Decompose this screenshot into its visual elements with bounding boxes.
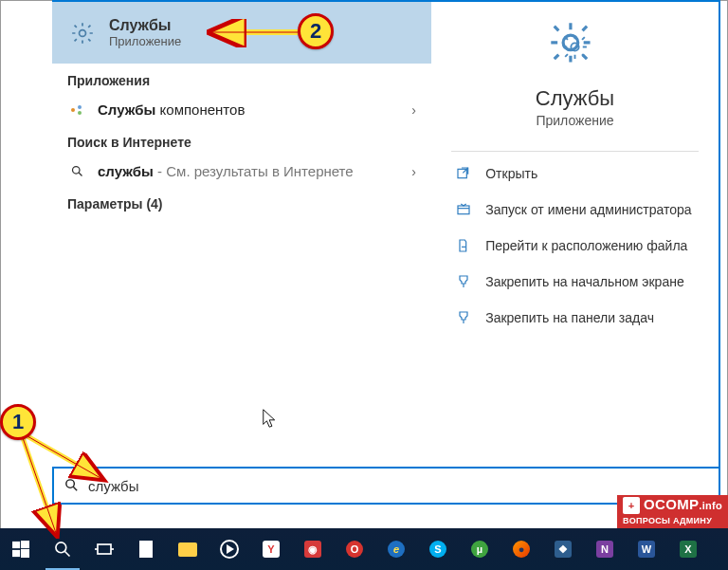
search-results-list: Службы Приложение Приложения Службы комп…	[52, 2, 431, 503]
excel-icon: X	[678, 539, 699, 560]
action-label: Закрепить на начальном экране	[485, 274, 684, 289]
search-icon	[64, 477, 81, 494]
skype-icon: S	[428, 539, 448, 560]
svg-line-19	[65, 552, 70, 557]
best-match-item[interactable]: Службы Приложение	[52, 2, 431, 64]
action-label: Запуск от имени администратора	[485, 202, 691, 217]
search-icon	[67, 164, 86, 178]
start-button[interactable]	[0, 528, 42, 570]
admin-shield-icon	[455, 201, 472, 218]
firefox-icon: ●	[511, 539, 532, 560]
yandex-icon: Y	[261, 539, 282, 560]
taskbar-search-button[interactable]	[42, 528, 83, 570]
gear-icon	[69, 20, 96, 46]
taskbar: Y ◉ O e S µ ● ❖ N W X	[0, 528, 728, 570]
windows-search-results-panel: Службы Приложение Приложения Службы комп…	[52, 0, 720, 503]
action-open[interactable]: Открыть	[451, 157, 699, 190]
svg-point-12	[66, 480, 75, 487]
taskbar-app-ie[interactable]: e	[375, 528, 417, 570]
action-label: Открыть	[485, 166, 537, 181]
taskbar-app-yandex[interactable]: Y	[250, 528, 292, 570]
svg-rect-9	[458, 206, 469, 214]
svg-point-1	[71, 108, 75, 112]
svg-rect-16	[12, 550, 20, 557]
result-label: службы - См. результаты в Интернете	[98, 163, 400, 179]
svg-rect-17	[21, 549, 29, 558]
action-pin-to-start[interactable]: Закрепить на начальном экране	[451, 266, 699, 298]
svg-rect-20	[98, 544, 111, 554]
chevron-right-icon: ›	[411, 164, 416, 179]
folder-icon	[177, 539, 198, 560]
section-header-web: Поиск в Интернете	[52, 125, 431, 156]
search-input-value: службы	[88, 478, 139, 494]
search-icon	[52, 539, 73, 560]
onenote-icon: N	[594, 539, 615, 560]
plus-icon: +	[623, 497, 640, 514]
svg-point-3	[78, 111, 82, 115]
svg-point-2	[78, 105, 82, 109]
taskbar-app-utorrent[interactable]: µ	[459, 528, 500, 570]
watermark-badge: +OCOMP.info ВОПРОСЫ АДМИНУ	[617, 495, 728, 528]
action-label: Перейти к расположению файла	[485, 238, 687, 253]
annotation-callout-2: 2	[298, 13, 334, 49]
document-icon	[136, 539, 156, 560]
action-open-file-location[interactable]: Перейти к расположению файла	[451, 230, 699, 262]
gear-icon	[549, 21, 601, 73]
open-icon	[455, 165, 472, 182]
detail-subtitle: Приложение	[536, 113, 613, 128]
utorrent-icon: µ	[469, 539, 490, 560]
pin-icon	[455, 273, 472, 290]
svg-point-4	[72, 167, 80, 175]
component-services-icon	[67, 102, 86, 118]
chevron-right-icon: ›	[411, 102, 416, 118]
windows-logo-icon	[10, 539, 31, 560]
detail-actions-list: Открыть Запуск от имени администратора П…	[451, 157, 699, 334]
play-icon	[219, 539, 240, 560]
taskbar-app-firefox[interactable]: ●	[500, 528, 542, 570]
result-row-component-services[interactable]: Службы компонентов ›	[52, 94, 431, 125]
svg-rect-15	[21, 541, 29, 548]
action-label: Закрепить на панели задач	[485, 310, 654, 325]
taskbar-app-camera[interactable]: ◉	[292, 528, 334, 570]
annotation-callout-1: 1	[0, 404, 36, 440]
best-match-subtitle: Приложение	[109, 34, 181, 48]
result-label: Службы компонентов	[98, 101, 400, 118]
detail-title: Службы	[536, 86, 614, 111]
taskbar-app-excel[interactable]: X	[667, 528, 709, 570]
svg-line-5	[79, 173, 82, 175]
section-header-apps: Приложения	[52, 64, 431, 94]
taskbar-app-skype[interactable]: S	[417, 528, 459, 570]
taskbar-app-generic1[interactable]: ❖	[542, 528, 584, 570]
svg-line-13	[73, 487, 77, 490]
opera-icon: O	[344, 539, 365, 560]
search-result-detail-pane: Службы Приложение Открыть Запуск от имен…	[431, 2, 719, 503]
ie-icon: e	[386, 539, 407, 560]
action-pin-to-taskbar[interactable]: Закрепить на панели задач	[451, 302, 699, 334]
svg-rect-14	[12, 542, 20, 548]
section-header-parameters: Параметры (4)	[52, 187, 431, 217]
taskbar-app-opera[interactable]: O	[334, 528, 375, 570]
divider	[451, 151, 699, 152]
camera-icon: ◉	[302, 539, 323, 560]
best-match-title: Службы	[109, 17, 181, 34]
action-run-as-admin[interactable]: Запуск от имени администратора	[451, 193, 699, 226]
word-icon: W	[636, 539, 657, 560]
svg-point-18	[56, 542, 66, 553]
app-icon: ❖	[553, 539, 573, 560]
taskbar-app-media-player[interactable]	[209, 528, 250, 570]
task-view-icon	[94, 539, 115, 560]
pin-icon	[455, 309, 472, 326]
taskbar-app-word[interactable]: W	[626, 528, 667, 570]
taskbar-app-explorer[interactable]	[167, 528, 209, 570]
svg-point-0	[80, 29, 86, 36]
taskbar-app-onenote[interactable]: N	[584, 528, 626, 570]
result-row-web-search[interactable]: службы - См. результаты в Интернете ›	[52, 156, 431, 187]
task-view-button[interactable]	[83, 528, 125, 570]
folder-location-icon	[455, 237, 472, 254]
taskbar-app-notepad[interactable]	[125, 528, 167, 570]
